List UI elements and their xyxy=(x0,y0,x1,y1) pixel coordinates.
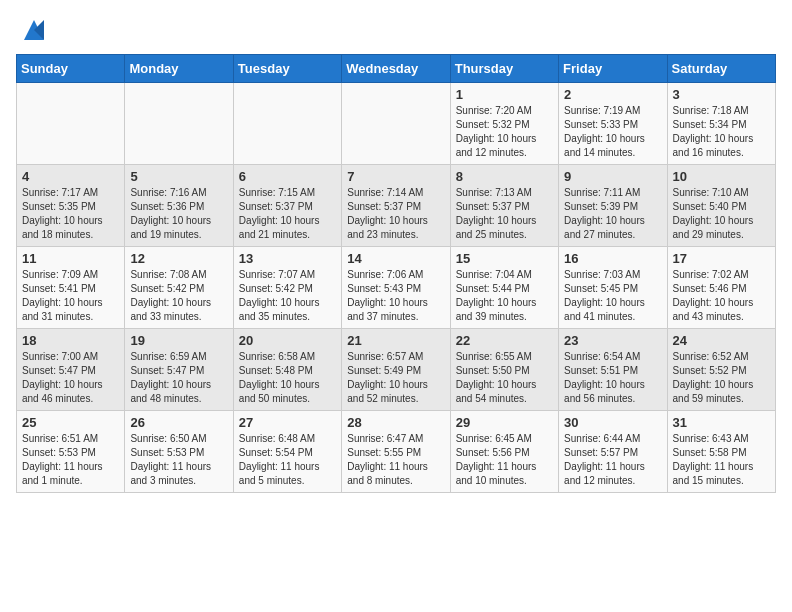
day-info: Sunrise: 7:17 AM Sunset: 5:35 PM Dayligh… xyxy=(22,186,119,242)
logo-icon xyxy=(20,16,48,44)
day-number: 2 xyxy=(564,87,661,102)
day-number: 4 xyxy=(22,169,119,184)
week-row-5: 25Sunrise: 6:51 AM Sunset: 5:53 PM Dayli… xyxy=(17,411,776,493)
day-info: Sunrise: 7:13 AM Sunset: 5:37 PM Dayligh… xyxy=(456,186,553,242)
calendar-cell: 19Sunrise: 6:59 AM Sunset: 5:47 PM Dayli… xyxy=(125,329,233,411)
calendar-cell: 28Sunrise: 6:47 AM Sunset: 5:55 PM Dayli… xyxy=(342,411,450,493)
calendar-cell xyxy=(17,83,125,165)
day-info: Sunrise: 7:10 AM Sunset: 5:40 PM Dayligh… xyxy=(673,186,770,242)
calendar-cell: 14Sunrise: 7:06 AM Sunset: 5:43 PM Dayli… xyxy=(342,247,450,329)
day-number: 14 xyxy=(347,251,444,266)
day-info: Sunrise: 6:58 AM Sunset: 5:48 PM Dayligh… xyxy=(239,350,336,406)
calendar-cell: 9Sunrise: 7:11 AM Sunset: 5:39 PM Daylig… xyxy=(559,165,667,247)
calendar-cell: 22Sunrise: 6:55 AM Sunset: 5:50 PM Dayli… xyxy=(450,329,558,411)
calendar-cell xyxy=(125,83,233,165)
day-number: 6 xyxy=(239,169,336,184)
day-number: 3 xyxy=(673,87,770,102)
day-number: 11 xyxy=(22,251,119,266)
day-number: 20 xyxy=(239,333,336,348)
calendar-cell: 18Sunrise: 7:00 AM Sunset: 5:47 PM Dayli… xyxy=(17,329,125,411)
day-info: Sunrise: 6:44 AM Sunset: 5:57 PM Dayligh… xyxy=(564,432,661,488)
day-number: 12 xyxy=(130,251,227,266)
day-info: Sunrise: 6:54 AM Sunset: 5:51 PM Dayligh… xyxy=(564,350,661,406)
calendar-cell: 17Sunrise: 7:02 AM Sunset: 5:46 PM Dayli… xyxy=(667,247,775,329)
day-header-sunday: Sunday xyxy=(17,55,125,83)
week-row-2: 4Sunrise: 7:17 AM Sunset: 5:35 PM Daylig… xyxy=(17,165,776,247)
day-header-wednesday: Wednesday xyxy=(342,55,450,83)
week-row-1: 1Sunrise: 7:20 AM Sunset: 5:32 PM Daylig… xyxy=(17,83,776,165)
day-info: Sunrise: 7:06 AM Sunset: 5:43 PM Dayligh… xyxy=(347,268,444,324)
day-number: 24 xyxy=(673,333,770,348)
day-info: Sunrise: 7:04 AM Sunset: 5:44 PM Dayligh… xyxy=(456,268,553,324)
calendar-cell: 31Sunrise: 6:43 AM Sunset: 5:58 PM Dayli… xyxy=(667,411,775,493)
day-info: Sunrise: 7:16 AM Sunset: 5:36 PM Dayligh… xyxy=(130,186,227,242)
day-number: 19 xyxy=(130,333,227,348)
day-info: Sunrise: 6:52 AM Sunset: 5:52 PM Dayligh… xyxy=(673,350,770,406)
calendar-cell: 21Sunrise: 6:57 AM Sunset: 5:49 PM Dayli… xyxy=(342,329,450,411)
calendar-cell: 20Sunrise: 6:58 AM Sunset: 5:48 PM Dayli… xyxy=(233,329,341,411)
calendar-cell xyxy=(233,83,341,165)
calendar-table: SundayMondayTuesdayWednesdayThursdayFrid… xyxy=(16,54,776,493)
day-info: Sunrise: 7:19 AM Sunset: 5:33 PM Dayligh… xyxy=(564,104,661,160)
week-row-4: 18Sunrise: 7:00 AM Sunset: 5:47 PM Dayli… xyxy=(17,329,776,411)
day-number: 15 xyxy=(456,251,553,266)
day-number: 10 xyxy=(673,169,770,184)
day-number: 18 xyxy=(22,333,119,348)
day-number: 17 xyxy=(673,251,770,266)
day-info: Sunrise: 7:09 AM Sunset: 5:41 PM Dayligh… xyxy=(22,268,119,324)
day-info: Sunrise: 7:11 AM Sunset: 5:39 PM Dayligh… xyxy=(564,186,661,242)
day-info: Sunrise: 6:43 AM Sunset: 5:58 PM Dayligh… xyxy=(673,432,770,488)
calendar-cell: 13Sunrise: 7:07 AM Sunset: 5:42 PM Dayli… xyxy=(233,247,341,329)
calendar-cell: 11Sunrise: 7:09 AM Sunset: 5:41 PM Dayli… xyxy=(17,247,125,329)
day-number: 26 xyxy=(130,415,227,430)
calendar-cell: 4Sunrise: 7:17 AM Sunset: 5:35 PM Daylig… xyxy=(17,165,125,247)
day-info: Sunrise: 6:48 AM Sunset: 5:54 PM Dayligh… xyxy=(239,432,336,488)
day-number: 28 xyxy=(347,415,444,430)
calendar-cell xyxy=(342,83,450,165)
day-info: Sunrise: 6:51 AM Sunset: 5:53 PM Dayligh… xyxy=(22,432,119,488)
calendar-cell: 5Sunrise: 7:16 AM Sunset: 5:36 PM Daylig… xyxy=(125,165,233,247)
day-number: 5 xyxy=(130,169,227,184)
day-header-thursday: Thursday xyxy=(450,55,558,83)
day-info: Sunrise: 7:15 AM Sunset: 5:37 PM Dayligh… xyxy=(239,186,336,242)
day-number: 23 xyxy=(564,333,661,348)
day-info: Sunrise: 7:03 AM Sunset: 5:45 PM Dayligh… xyxy=(564,268,661,324)
day-number: 31 xyxy=(673,415,770,430)
day-number: 25 xyxy=(22,415,119,430)
calendar-cell: 3Sunrise: 7:18 AM Sunset: 5:34 PM Daylig… xyxy=(667,83,775,165)
day-info: Sunrise: 7:08 AM Sunset: 5:42 PM Dayligh… xyxy=(130,268,227,324)
calendar-cell: 29Sunrise: 6:45 AM Sunset: 5:56 PM Dayli… xyxy=(450,411,558,493)
day-number: 13 xyxy=(239,251,336,266)
calendar-cell: 12Sunrise: 7:08 AM Sunset: 5:42 PM Dayli… xyxy=(125,247,233,329)
day-info: Sunrise: 6:55 AM Sunset: 5:50 PM Dayligh… xyxy=(456,350,553,406)
day-number: 29 xyxy=(456,415,553,430)
calendar-cell: 15Sunrise: 7:04 AM Sunset: 5:44 PM Dayli… xyxy=(450,247,558,329)
week-row-3: 11Sunrise: 7:09 AM Sunset: 5:41 PM Dayli… xyxy=(17,247,776,329)
day-number: 22 xyxy=(456,333,553,348)
day-info: Sunrise: 6:57 AM Sunset: 5:49 PM Dayligh… xyxy=(347,350,444,406)
day-number: 7 xyxy=(347,169,444,184)
day-header-saturday: Saturday xyxy=(667,55,775,83)
calendar-cell: 7Sunrise: 7:14 AM Sunset: 5:37 PM Daylig… xyxy=(342,165,450,247)
calendar-cell: 6Sunrise: 7:15 AM Sunset: 5:37 PM Daylig… xyxy=(233,165,341,247)
day-header-friday: Friday xyxy=(559,55,667,83)
day-header-tuesday: Tuesday xyxy=(233,55,341,83)
calendar-cell: 26Sunrise: 6:50 AM Sunset: 5:53 PM Dayli… xyxy=(125,411,233,493)
day-info: Sunrise: 7:18 AM Sunset: 5:34 PM Dayligh… xyxy=(673,104,770,160)
day-number: 8 xyxy=(456,169,553,184)
day-number: 30 xyxy=(564,415,661,430)
calendar-cell: 1Sunrise: 7:20 AM Sunset: 5:32 PM Daylig… xyxy=(450,83,558,165)
day-info: Sunrise: 7:20 AM Sunset: 5:32 PM Dayligh… xyxy=(456,104,553,160)
page-header xyxy=(16,16,776,44)
day-number: 16 xyxy=(564,251,661,266)
calendar-cell: 2Sunrise: 7:19 AM Sunset: 5:33 PM Daylig… xyxy=(559,83,667,165)
day-info: Sunrise: 7:00 AM Sunset: 5:47 PM Dayligh… xyxy=(22,350,119,406)
day-info: Sunrise: 7:14 AM Sunset: 5:37 PM Dayligh… xyxy=(347,186,444,242)
day-info: Sunrise: 6:45 AM Sunset: 5:56 PM Dayligh… xyxy=(456,432,553,488)
calendar-cell: 23Sunrise: 6:54 AM Sunset: 5:51 PM Dayli… xyxy=(559,329,667,411)
calendar-cell: 8Sunrise: 7:13 AM Sunset: 5:37 PM Daylig… xyxy=(450,165,558,247)
day-info: Sunrise: 6:47 AM Sunset: 5:55 PM Dayligh… xyxy=(347,432,444,488)
day-number: 21 xyxy=(347,333,444,348)
day-header-monday: Monday xyxy=(125,55,233,83)
day-number: 9 xyxy=(564,169,661,184)
